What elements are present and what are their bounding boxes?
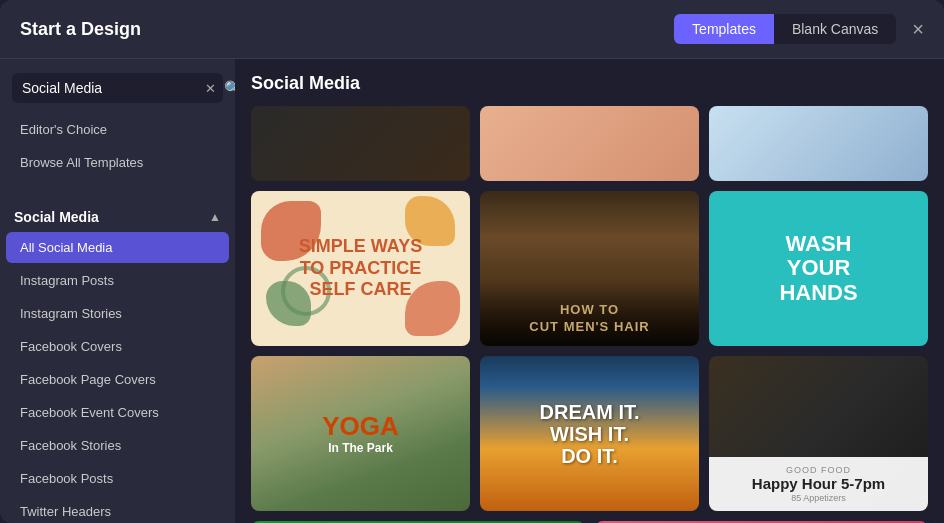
tab-templates[interactable]: Templates — [674, 14, 774, 44]
sidebar: ✕ 🔍 Editor's Choice Browse All Templates… — [0, 59, 235, 523]
sidebar-item-facebook-covers[interactable]: Facebook Covers — [6, 331, 229, 362]
sidebar-item-facebook-posts[interactable]: Facebook Posts — [6, 463, 229, 494]
modal-body: ✕ 🔍 Editor's Choice Browse All Templates… — [0, 59, 944, 523]
chevron-up-icon: ▲ — [209, 210, 221, 224]
start-a-design-modal: Start a Design Templates Blank Canvas × … — [0, 0, 944, 523]
template-card-partial-2[interactable] — [480, 106, 699, 181]
sidebar-item-instagram-posts[interactable]: Instagram Posts — [6, 265, 229, 296]
template-card-partial-3[interactable] — [709, 106, 928, 181]
sidebar-item-facebook-event-covers[interactable]: Facebook Event Covers — [6, 397, 229, 428]
tab-blank-canvas[interactable]: Blank Canvas — [774, 14, 896, 44]
card-yoga-title: YOGA — [322, 412, 399, 441]
templates-grid-row2: YOGA In The Park DREAM IT.WISH IT.DO IT.… — [251, 356, 928, 511]
card-happy-title: Happy Hour 5-7pm — [719, 475, 918, 493]
card-happy-sub: 85 Appetizers — [719, 493, 918, 503]
sidebar-item-all-social-media[interactable]: All Social Media — [6, 232, 229, 263]
category-header-social-media[interactable]: Social Media ▲ — [0, 199, 235, 231]
modal-header: Start a Design Templates Blank Canvas × — [0, 0, 944, 59]
template-card-yoga[interactable]: YOGA In The Park — [251, 356, 470, 511]
sidebar-item-browse-all[interactable]: Browse All Templates — [6, 147, 229, 178]
close-button[interactable]: × — [912, 19, 924, 39]
card-wash-text: WASHYOURHANDS — [779, 232, 857, 305]
search-bar: ✕ 🔍 — [12, 73, 223, 103]
clear-icon[interactable]: ✕ — [205, 81, 216, 96]
templates-grid: SIMPLE WAYSTO PRACTICESELF CARE HOW TOCU… — [251, 191, 928, 346]
search-input[interactable] — [22, 80, 197, 96]
card-hair-title: HOW TOCUT MEN'S HAIR — [490, 302, 689, 336]
template-card-partial-1[interactable] — [251, 106, 470, 181]
sidebar-item-facebook-stories[interactable]: Facebook Stories — [6, 430, 229, 461]
template-card-happy-hour[interactable]: Good Food Happy Hour 5-7pm 85 Appetizers — [709, 356, 928, 511]
template-card-dream[interactable]: DREAM IT.WISH IT.DO IT. — [480, 356, 699, 511]
template-card-hair[interactable]: HOW TOCUT MEN'S HAIR — [480, 191, 699, 346]
top-partial-row — [251, 106, 928, 181]
card-happy-overlay: Good Food Happy Hour 5-7pm 85 Appetizers — [709, 457, 928, 511]
card-hair-overlay: HOW TOCUT MEN'S HAIR — [480, 282, 699, 346]
main-content: Social Media SIMPLE WAYSTO PRACTICESELF — [235, 59, 944, 523]
card-happy-label: Good Food — [719, 465, 918, 475]
modal-title: Start a Design — [20, 19, 674, 40]
search-icon[interactable]: 🔍 — [224, 80, 235, 96]
template-card-simple-ways[interactable]: SIMPLE WAYSTO PRACTICESELF CARE — [251, 191, 470, 346]
section-title: Social Media — [251, 73, 928, 94]
card-dream-text: DREAM IT.WISH IT.DO IT. — [540, 401, 640, 467]
card-simple-ways-text: SIMPLE WAYSTO PRACTICESELF CARE — [299, 236, 422, 301]
template-card-wash-hands[interactable]: WASHYOURHANDS — [709, 191, 928, 346]
sidebar-item-instagram-stories[interactable]: Instagram Stories — [6, 298, 229, 329]
tab-group: Templates Blank Canvas — [674, 14, 896, 44]
card-yoga-sub: In The Park — [322, 441, 399, 455]
sidebar-item-twitter-headers[interactable]: Twitter Headers — [6, 496, 229, 523]
sidebar-item-facebook-page-covers[interactable]: Facebook Page Covers — [6, 364, 229, 395]
sidebar-item-editors-choice[interactable]: Editor's Choice — [6, 114, 229, 145]
yoga-text-wrap: YOGA In The Park — [322, 412, 399, 455]
